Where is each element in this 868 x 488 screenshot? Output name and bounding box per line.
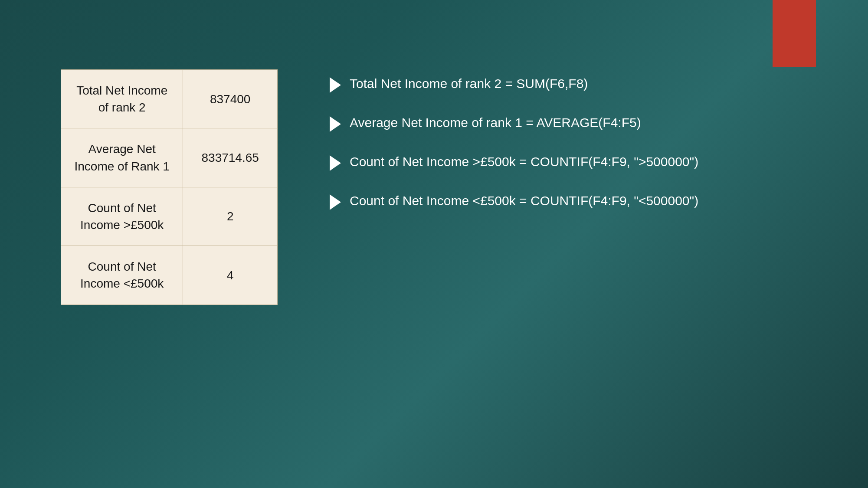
table-cell-label: Average Net Income of Rank 1	[61, 128, 183, 187]
bullet-item: Average Net Income of rank 1 = AVERAGE(F…	[330, 113, 825, 132]
bullet-item: Total Net Income of rank 2 = SUM(F6,F8)	[330, 74, 825, 93]
table-cell-value: 2	[183, 187, 278, 246]
data-table: Total Net Income of rank 2837400Average …	[61, 69, 278, 305]
table-cell-value: 833714.65	[183, 128, 278, 187]
table-cell-label: Total Net Income of rank 2	[61, 70, 183, 128]
table-row: Average Net Income of Rank 1833714.65	[61, 128, 278, 187]
table-cell-label: Count of Net Income <£500k	[61, 246, 183, 305]
table-row: Count of Net Income <£500k4	[61, 246, 278, 305]
content-area: Total Net Income of rank 2837400Average …	[0, 69, 868, 305]
bullet-item: Count of Net Income <£500k = COUNTIF(F4:…	[330, 191, 825, 210]
table-cell-value: 837400	[183, 70, 278, 128]
bullet-text: Count of Net Income <£500k = COUNTIF(F4:…	[350, 191, 825, 210]
bullet-text: Total Net Income of rank 2 = SUM(F6,F8)	[350, 74, 825, 93]
table-cell-value: 4	[183, 246, 278, 305]
table-row: Count of Net Income >£500k2	[61, 187, 278, 246]
bullets-container: Total Net Income of rank 2 = SUM(F6,F8)A…	[330, 69, 825, 305]
bullet-arrow-icon	[330, 155, 341, 171]
table-row: Total Net Income of rank 2837400	[61, 70, 278, 128]
data-table-container: Total Net Income of rank 2837400Average …	[61, 69, 278, 305]
bullet-arrow-icon	[330, 116, 341, 132]
red-accent-decoration	[773, 0, 816, 67]
page-title	[0, 0, 868, 26]
bullet-arrow-icon	[330, 194, 341, 210]
bullet-text: Count of Net Income >£500k = COUNTIF(F4:…	[350, 152, 825, 171]
bullet-item: Count of Net Income >£500k = COUNTIF(F4:…	[330, 152, 825, 171]
bullet-text: Average Net Income of rank 1 = AVERAGE(F…	[350, 113, 825, 132]
bullet-arrow-icon	[330, 77, 341, 93]
table-cell-label: Count of Net Income >£500k	[61, 187, 183, 246]
